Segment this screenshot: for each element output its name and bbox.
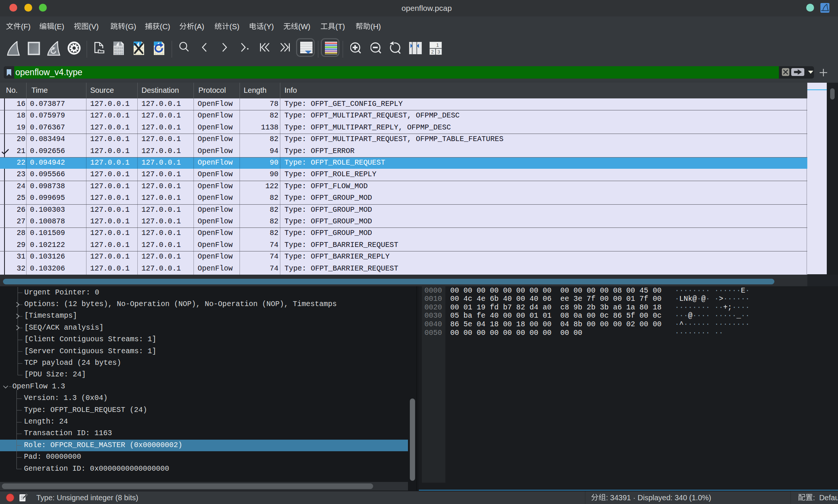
svg-text:1: 1 <box>436 42 439 48</box>
svg-text:2: 2 <box>431 49 434 55</box>
svg-text:01110: 01110 <box>114 52 123 55</box>
svg-text:3: 3 <box>438 49 440 55</box>
